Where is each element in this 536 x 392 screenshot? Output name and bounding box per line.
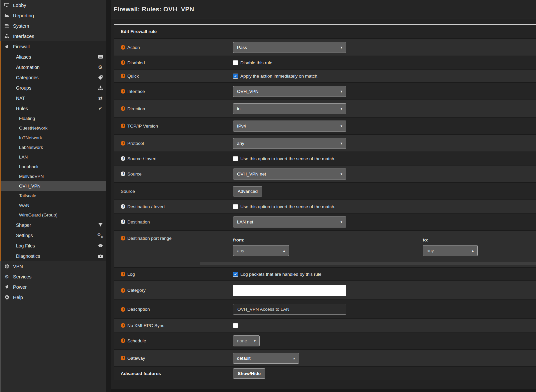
- sidebar-item-power[interactable]: Power: [0, 282, 106, 292]
- sidebar-item-reporting[interactable]: Reporting: [0, 10, 106, 21]
- sidebar-item-guestnetwork[interactable]: GuestNetwork: [0, 123, 106, 133]
- caret-down-icon: ▾: [340, 220, 342, 224]
- source-button[interactable]: Advanced: [233, 186, 262, 196]
- sidebar-item-services[interactable]: ⚙Services: [0, 271, 106, 282]
- sidebar-item-labnetwork[interactable]: LabNetwork: [0, 143, 106, 152]
- info-icon[interactable]: i: [121, 338, 125, 343]
- info-icon[interactable]: i: [121, 141, 125, 146]
- sidebar-item-label: Floating: [19, 116, 35, 121]
- sidebar-item-diagnostics[interactable]: Diagnostics: [0, 251, 106, 261]
- port-range-scrollbar[interactable]: [200, 262, 536, 265]
- no-xmlrpc-sync-checkbox-group: [233, 323, 238, 328]
- info-icon[interactable]: i: [121, 307, 125, 312]
- info-icon[interactable]: i: [121, 74, 125, 78]
- form-row-schedule: iSchedulenone▾: [114, 332, 536, 349]
- sidebar-content-divider: [106, 0, 111, 392]
- caret-up-icon: ▴: [472, 248, 474, 253]
- caret-down-icon: ▾: [340, 45, 342, 50]
- advanced-features-button[interactable]: Show/Hide: [233, 368, 265, 379]
- sidebar-item-aliases[interactable]: Aliases: [0, 52, 106, 62]
- field-label-text: Destination: [127, 219, 150, 224]
- sidebar-item-settings[interactable]: Settings⚙⚙: [0, 230, 106, 240]
- gateway-select[interactable]: default▴: [233, 353, 299, 364]
- field-label-action: iAction: [114, 39, 233, 56]
- info-icon[interactable]: i: [121, 356, 125, 360]
- field-label-direction: iDirection: [114, 100, 233, 117]
- sidebar-item-shaper[interactable]: Shaper: [0, 220, 106, 230]
- sidebar-item-label: Tailscale: [19, 193, 36, 198]
- category-input[interactable]: [233, 285, 346, 296]
- destination-invert-checkbox[interactable]: [233, 204, 238, 209]
- info-icon[interactable]: i: [121, 124, 125, 128]
- caret-down-icon: ▾: [340, 89, 342, 94]
- info-icon[interactable]: i: [121, 323, 125, 328]
- sidebar-item-mullvadvpn[interactable]: MullvadVPN: [0, 172, 106, 181]
- sidebar-item-label: Groups: [16, 85, 31, 91]
- info-icon[interactable]: i: [121, 272, 125, 276]
- info-icon[interactable]: i: [121, 204, 125, 209]
- disabled-checkbox[interactable]: [233, 60, 238, 65]
- destination-select[interactable]: LAN net▾: [233, 216, 346, 227]
- sidebar-item-vpn[interactable]: VPN: [0, 261, 106, 271]
- schedule-select[interactable]: none▾: [233, 335, 260, 346]
- info-icon[interactable]: i: [121, 236, 125, 240]
- sidebar-item-ovh-vpn[interactable]: OVH_VPN: [0, 181, 106, 191]
- sidebar-item-nat[interactable]: NAT⇄: [0, 93, 106, 103]
- quick-checkbox[interactable]: ✔: [233, 74, 238, 79]
- sidebar-item-interfaces[interactable]: Interfaces: [0, 31, 106, 41]
- field-label-text: Interface: [127, 89, 145, 94]
- port-from-select[interactable]: any▴: [233, 245, 289, 256]
- info-icon[interactable]: i: [121, 106, 125, 111]
- info-icon[interactable]: i: [121, 60, 125, 65]
- field-label-description: iDescription: [114, 300, 233, 318]
- form-row-description: iDescriptionOVH_VPN Access to LAN: [114, 299, 536, 318]
- info-icon[interactable]: i: [121, 172, 125, 176]
- info-icon[interactable]: i: [121, 156, 125, 161]
- field-value-log: ✔Log packets that are handled by this ru…: [233, 268, 536, 280]
- sidebar-item-floating[interactable]: Floating: [0, 114, 106, 123]
- field-label-text: Action: [127, 45, 140, 50]
- disabled-checkbox-group: Disable this rule: [233, 60, 272, 65]
- source-invert-checkbox-label: Use this option to invert the sense of t…: [240, 156, 335, 161]
- field-label-tcp-ip-version: iTCP/IP Version: [114, 118, 233, 134]
- field-value-destination-port-range: from:any▴to:any▴: [233, 231, 536, 267]
- tcp-ip-version-select[interactable]: IPv4▾: [233, 121, 346, 132]
- protocol-select[interactable]: any▾: [233, 138, 346, 149]
- sidebar-item-wireguard-group[interactable]: WireGuard (Group): [0, 210, 106, 220]
- sidebar-item-iotnetwork[interactable]: IoTNetwork: [0, 133, 106, 143]
- source-select[interactable]: OVH_VPN net▾: [233, 169, 346, 180]
- sidebar-item-help[interactable]: Help: [0, 292, 106, 302]
- sidebar-item-tailscale[interactable]: Tailscale: [0, 191, 106, 200]
- info-icon[interactable]: i: [121, 45, 125, 50]
- sidebar-bottom-items: VPN⚙ServicesPowerHelp: [0, 261, 106, 302]
- sidebar-item-groups[interactable]: Groups: [0, 83, 106, 93]
- sidebar-item-label: Categories: [16, 75, 39, 80]
- sidebar-item-label: VPN: [13, 264, 23, 269]
- sidebar-item-label: Firewall: [13, 44, 30, 49]
- no-xmlrpc-sync-checkbox[interactable]: [233, 323, 238, 328]
- description-input[interactable]: OVH_VPN Access to LAN: [233, 304, 346, 315]
- sidebar-item-lobby[interactable]: Lobby: [0, 0, 106, 10]
- sidebar-item-categories[interactable]: Categories: [0, 72, 106, 83]
- sidebar-item-log-files[interactable]: Log Files: [0, 240, 106, 251]
- info-icon[interactable]: i: [121, 219, 125, 224]
- caret-down-icon: ▾: [340, 141, 342, 146]
- sidebar-item-label: OVH_VPN: [19, 184, 41, 189]
- form-row-protocol: iProtocolany▾: [114, 134, 536, 152]
- sidebar-item-loopback[interactable]: Loopback: [0, 162, 106, 172]
- source-invert-checkbox[interactable]: [233, 156, 238, 161]
- sidebar-item-lan[interactable]: LAN: [0, 152, 106, 162]
- direction-select[interactable]: in▾: [233, 103, 346, 114]
- sidebar-item-system[interactable]: System: [0, 21, 106, 31]
- action-select[interactable]: Pass▾: [233, 42, 346, 53]
- interface-select[interactable]: OVH_VPN▾: [233, 86, 346, 97]
- info-icon[interactable]: i: [121, 89, 125, 94]
- log-checkbox[interactable]: ✔: [233, 272, 238, 277]
- sidebar-item-firewall[interactable]: Firewall: [0, 41, 106, 52]
- sidebar-item-wan[interactable]: WAN: [0, 200, 106, 210]
- port-to-select[interactable]: any▴: [423, 245, 478, 256]
- sidebar-item-rules[interactable]: Rules✔: [0, 103, 106, 114]
- info-icon[interactable]: i: [121, 288, 125, 293]
- sidebar-item-automation[interactable]: Automation⚙: [0, 62, 106, 72]
- caret-down-icon: ▾: [340, 107, 342, 111]
